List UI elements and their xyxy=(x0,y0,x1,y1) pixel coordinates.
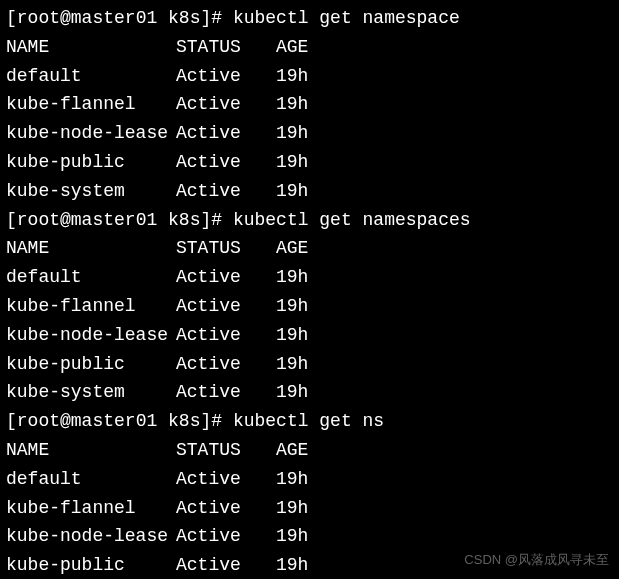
cell-age: 19h xyxy=(276,522,308,551)
table-row: kube-flannelActive19h xyxy=(6,90,613,119)
table-row: kube-node-leaseActive19h xyxy=(6,119,613,148)
header-name: NAME xyxy=(6,234,176,263)
cell-age: 19h xyxy=(276,90,308,119)
header-name: NAME xyxy=(6,436,176,465)
prompt-userhost: root@master01 xyxy=(17,8,157,28)
cell-age: 19h xyxy=(276,321,308,350)
cell-name: default xyxy=(6,62,176,91)
cell-age: 19h xyxy=(276,148,308,177)
prompt-symbol: # xyxy=(211,411,222,431)
command-text: kubectl get namespaces xyxy=(233,210,471,230)
cell-name: kube-system xyxy=(6,378,176,407)
table-row: kube-flannelActive19h xyxy=(6,494,613,523)
prompt-userhost: root@master01 xyxy=(17,411,157,431)
cell-name: default xyxy=(6,465,176,494)
cell-status: Active xyxy=(176,321,276,350)
cell-name: kube-node-lease xyxy=(6,119,176,148)
header-age: AGE xyxy=(276,33,308,62)
cell-name: kube-flannel xyxy=(6,90,176,119)
table-row: defaultActive19h xyxy=(6,62,613,91)
cell-name: default xyxy=(6,263,176,292)
cell-name: kube-system xyxy=(6,177,176,206)
table-row: kube-node-leaseActive19h xyxy=(6,321,613,350)
prompt-symbol: # xyxy=(211,210,222,230)
cell-status: Active xyxy=(176,551,276,579)
cell-status: Active xyxy=(176,494,276,523)
header-status: STATUS xyxy=(176,436,276,465)
command-text: kubectl get ns xyxy=(233,411,384,431)
cell-status: Active xyxy=(176,292,276,321)
cell-name: kube-public xyxy=(6,551,176,579)
command-text: kubectl get namespace xyxy=(233,8,460,28)
cell-age: 19h xyxy=(276,177,308,206)
cell-name: kube-node-lease xyxy=(6,321,176,350)
header-age: AGE xyxy=(276,234,308,263)
header-name: NAME xyxy=(6,33,176,62)
prompt-line[interactable]: [root@master01 k8s]# kubectl get ns xyxy=(6,407,613,436)
watermark-text: CSDN @风落成风寻未至 xyxy=(464,550,609,571)
table-header: NAMESTATUSAGE xyxy=(6,436,613,465)
prompt-path: k8s xyxy=(168,411,200,431)
table-row: kube-systemActive19h xyxy=(6,378,613,407)
cell-age: 19h xyxy=(276,465,308,494)
cell-name: kube-public xyxy=(6,350,176,379)
prompt-userhost: root@master01 xyxy=(17,210,157,230)
table-row: defaultActive19h xyxy=(6,465,613,494)
cell-status: Active xyxy=(176,177,276,206)
table-header: NAMESTATUSAGE xyxy=(6,234,613,263)
prompt-line[interactable]: [root@master01 k8s]# kubectl get namespa… xyxy=(6,4,613,33)
table-row: kube-publicActive19h xyxy=(6,350,613,379)
cell-status: Active xyxy=(176,465,276,494)
cell-status: Active xyxy=(176,148,276,177)
cell-status: Active xyxy=(176,378,276,407)
cell-age: 19h xyxy=(276,263,308,292)
table-row: kube-systemActive19h xyxy=(6,177,613,206)
header-status: STATUS xyxy=(176,234,276,263)
prompt-path: k8s xyxy=(168,8,200,28)
table-header: NAMESTATUSAGE xyxy=(6,33,613,62)
cell-age: 19h xyxy=(276,350,308,379)
table-row: defaultActive19h xyxy=(6,263,613,292)
header-status: STATUS xyxy=(176,33,276,62)
cell-name: kube-public xyxy=(6,148,176,177)
cell-name: kube-flannel xyxy=(6,494,176,523)
cell-age: 19h xyxy=(276,494,308,523)
prompt-line[interactable]: [root@master01 k8s]# kubectl get namespa… xyxy=(6,206,613,235)
cell-status: Active xyxy=(176,263,276,292)
cell-name: kube-flannel xyxy=(6,292,176,321)
cell-status: Active xyxy=(176,350,276,379)
header-age: AGE xyxy=(276,436,308,465)
cell-age: 19h xyxy=(276,119,308,148)
cell-age: 19h xyxy=(276,62,308,91)
cell-status: Active xyxy=(176,119,276,148)
table-row: kube-publicActive19h xyxy=(6,148,613,177)
cell-age: 19h xyxy=(276,378,308,407)
cell-age: 19h xyxy=(276,292,308,321)
table-row: kube-flannelActive19h xyxy=(6,292,613,321)
cell-age: 19h xyxy=(276,551,308,579)
cell-status: Active xyxy=(176,522,276,551)
cell-name: kube-node-lease xyxy=(6,522,176,551)
cell-status: Active xyxy=(176,90,276,119)
prompt-symbol: # xyxy=(211,8,222,28)
cell-status: Active xyxy=(176,62,276,91)
prompt-path: k8s xyxy=(168,210,200,230)
table-row: kube-node-leaseActive19h xyxy=(6,522,613,551)
